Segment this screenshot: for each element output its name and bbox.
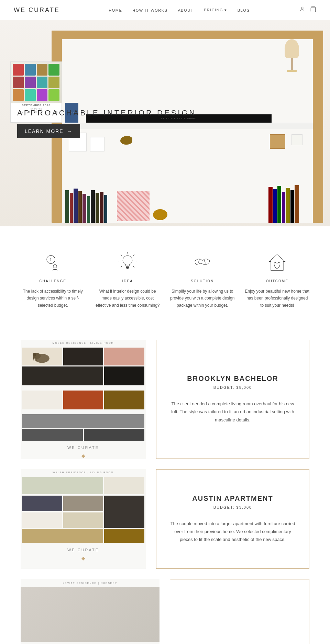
steps-grid: ? CHALLENGE The lack of accessibility to… bbox=[21, 250, 309, 309]
step-idea: IDEA What if interior design could be ma… bbox=[96, 250, 160, 309]
brooklyn-budget: BUDGET: $8,000 bbox=[213, 385, 252, 389]
austin-budget: BUDGET: $3,000 bbox=[213, 505, 252, 509]
svg-rect-15 bbox=[126, 266, 129, 267]
hero-text-overlay: APPROACHABLE INTERIOR DESIGN LEARN MORE … bbox=[17, 109, 196, 138]
solution-icon bbox=[190, 250, 214, 274]
solution-desc: Simplify your life by allowing us to pro… bbox=[170, 288, 235, 309]
nav-blog[interactable]: BLOG bbox=[238, 8, 250, 12]
step-outcome: OUTCOME Enjoy your beautiful new home th… bbox=[245, 250, 310, 309]
portfolio-row-austin: AUSTIN APARTMENT BUDGET: $3,000 The coup… bbox=[21, 469, 309, 569]
portfolio-section: MOSER RESIDENCE | LIVING ROOM bbox=[0, 333, 330, 644]
nav-home[interactable]: HOME bbox=[109, 8, 122, 12]
how-it-works-section: ? CHALLENGE The lack of accessibility to… bbox=[0, 226, 330, 333]
brooklyn-moodboard-label: MOSER RESIDENCE | LIVING ROOM bbox=[21, 340, 146, 346]
idea-icon bbox=[116, 250, 140, 274]
desc-austin: AUSTIN APARTMENT BUDGET: $3,000 The coup… bbox=[156, 469, 309, 569]
svg-marker-17 bbox=[269, 255, 285, 270]
svg-point-20 bbox=[33, 353, 36, 356]
svg-point-0 bbox=[301, 7, 303, 9]
austin-title: AUSTIN APARTMENT bbox=[192, 495, 273, 502]
hero-title: APPROACHABLE INTERIOR DESIGN bbox=[17, 109, 196, 117]
svg-point-4 bbox=[53, 264, 57, 268]
hero-section: TEA LA PETITE VESTE NOIRE bbox=[0, 20, 330, 226]
brooklyn-collage bbox=[21, 346, 146, 413]
desc-brooklyn: BROOKLYN BACHELOR BUDGET: $8,000 The cli… bbox=[156, 340, 309, 459]
nursery-moodboard-label: LEVITT RESIDENCE | NURSERY bbox=[21, 579, 160, 587]
user-icon[interactable] bbox=[299, 6, 305, 14]
solution-label: SOLUTION bbox=[191, 279, 214, 283]
outcome-icon bbox=[265, 250, 289, 274]
svg-text:?: ? bbox=[50, 257, 51, 262]
challenge-desc: The lack of accessibility to timely desi… bbox=[21, 288, 85, 309]
austin-description: The couple moved into a larger apartment… bbox=[170, 520, 295, 544]
portfolio-row-brooklyn: MOSER RESIDENCE | LIVING ROOM bbox=[21, 340, 309, 459]
nursery-collage bbox=[21, 587, 160, 642]
outcome-desc: Enjoy your beautiful new home that has b… bbox=[245, 288, 310, 309]
pricing-dropdown-arrow: ▾ bbox=[224, 8, 227, 12]
site-logo[interactable]: WE CURATE bbox=[14, 7, 60, 14]
idea-desc: What if interior design could be made ea… bbox=[96, 288, 160, 309]
svg-line-13 bbox=[121, 255, 122, 256]
brooklyn-brand: WE CURATE bbox=[21, 442, 146, 453]
moodboard-walsh: WALSH RESIDENCE | LIVING ROOM WE CURATE … bbox=[21, 469, 146, 569]
desc-nursery bbox=[170, 579, 309, 644]
svg-point-5 bbox=[123, 256, 132, 265]
moodboard-brooklyn: MOSER RESIDENCE | LIVING ROOM bbox=[21, 340, 146, 459]
outcome-label: OUTCOME bbox=[266, 279, 288, 283]
svg-line-9 bbox=[133, 266, 134, 267]
nav-how-it-works[interactable]: HOW IT WORKS bbox=[132, 8, 167, 12]
idea-label: IDEA bbox=[122, 279, 133, 283]
brooklyn-diamond: ◆ bbox=[21, 453, 146, 459]
svg-line-7 bbox=[133, 255, 134, 256]
navigation: WE CURATE HOME HOW IT WORKS ABOUT PRICIN… bbox=[0, 0, 330, 20]
brooklyn-description: The client needed a complete living room… bbox=[170, 400, 295, 424]
cart-icon[interactable] bbox=[310, 6, 316, 14]
portfolio-row-nursery: LEVITT RESIDENCE | NURSERY bbox=[21, 579, 309, 644]
learn-more-button[interactable]: LEARN MORE → bbox=[17, 124, 80, 138]
nav-about[interactable]: ABOUT bbox=[178, 8, 193, 12]
step-solution: SOLUTION Simplify your life by allowing … bbox=[170, 250, 235, 309]
walsh-collage bbox=[21, 476, 146, 544]
walsh-diamond: ◆ bbox=[21, 555, 146, 561]
nav-pricing[interactable]: PRICING ▾ bbox=[204, 8, 227, 12]
bison-svg bbox=[32, 350, 52, 363]
nav-links: HOME HOW IT WORKS ABOUT PRICING ▾ BLOG bbox=[109, 7, 250, 13]
walsh-moodboard-label: WALSH RESIDENCE | LIVING ROOM bbox=[21, 469, 146, 476]
challenge-icon: ? bbox=[41, 250, 65, 274]
challenge-label: CHALLENGE bbox=[39, 279, 66, 283]
svg-line-11 bbox=[121, 266, 122, 267]
nav-icons bbox=[299, 6, 316, 14]
moodboard-nursery: LEVITT RESIDENCE | NURSERY bbox=[21, 579, 160, 644]
walsh-brand: WE CURATE bbox=[21, 544, 146, 555]
brooklyn-title: BROOKLYN BACHELOR bbox=[187, 375, 278, 383]
step-challenge: ? CHALLENGE The lack of accessibility to… bbox=[21, 250, 85, 309]
